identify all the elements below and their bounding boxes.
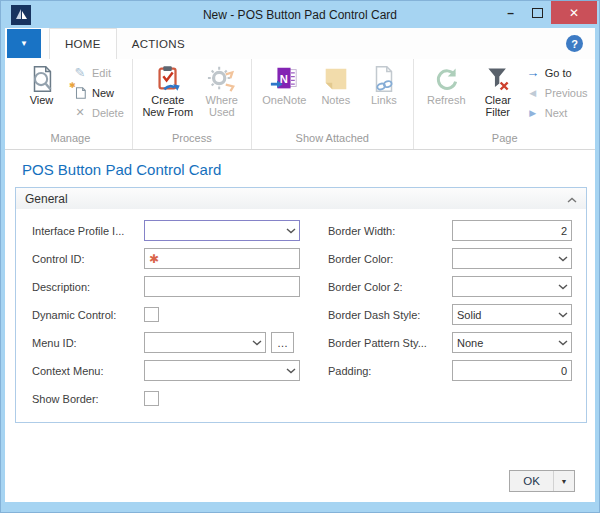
help-button[interactable]: ? [566, 35, 583, 52]
show-border-label: Show Border: [32, 393, 144, 405]
ok-button[interactable]: OK [510, 471, 553, 491]
padding-label: Padding: [328, 365, 452, 377]
refresh-label: Refresh [427, 94, 466, 106]
ribbon-group-manage: View ✎ Edit [9, 59, 133, 149]
group-label-show-attached: Show Attached [257, 132, 408, 149]
border-dash-style-label: Border Dash Style: [328, 309, 452, 321]
description-label: Description: [32, 281, 144, 293]
control-id-input[interactable]: ✱ [144, 248, 300, 269]
clear-filter-button[interactable]: Clear Filter [474, 60, 522, 118]
border-width-input[interactable]: 2 [452, 220, 572, 241]
maximize-icon [532, 8, 543, 18]
chevron-down-icon[interactable] [554, 284, 571, 290]
interface-profile-combobox[interactable] [144, 220, 300, 241]
field-row-control-id: Control ID: ✱ [32, 248, 300, 269]
delete-button[interactable]: ✕ Delete [69, 103, 127, 122]
clear-filter-icon [484, 63, 512, 94]
onenote-icon: N [269, 63, 299, 94]
window-controls: – ✕ [497, 1, 597, 24]
minimize-button[interactable]: – [497, 1, 524, 24]
collapse-chevron-icon[interactable] [567, 192, 577, 206]
description-input[interactable] [144, 276, 300, 297]
border-color-2-combobox[interactable] [452, 276, 572, 297]
dynamic-control-checkbox[interactable] [144, 307, 159, 322]
delete-icon: ✕ [72, 105, 88, 121]
border-color-combobox[interactable] [452, 248, 572, 269]
menu-id-assist-button[interactable]: … [271, 332, 294, 353]
window-body: ▼ HOME ACTIONS ? [5, 28, 595, 502]
ok-dropdown-button[interactable]: ▼ [553, 471, 574, 491]
links-label: Links [371, 94, 397, 106]
next-button[interactable]: ▶ Next [522, 103, 591, 122]
border-color-label: Border Color: [328, 253, 452, 265]
interface-profile-label: Interface Profile I... [32, 225, 144, 237]
field-column-right: Border Width: 2 Border Color: [328, 220, 572, 409]
chevron-down-icon[interactable] [282, 228, 299, 234]
border-width-label: Border Width: [328, 225, 452, 237]
create-new-from-label-1: Create [151, 94, 184, 106]
notes-label: Notes [321, 94, 350, 106]
onenote-label: OneNote [262, 94, 306, 106]
maximize-button[interactable] [524, 1, 551, 24]
where-used-button[interactable]: Where Used [198, 60, 246, 118]
border-dash-style-combobox[interactable]: Solid [452, 304, 572, 325]
refresh-button[interactable]: Refresh [419, 60, 474, 106]
chevron-down-icon[interactable] [554, 312, 571, 318]
ribbon-tab-bar: ▼ HOME ACTIONS ? [5, 28, 595, 59]
goto-label: Go to [545, 67, 572, 79]
refresh-icon [432, 63, 460, 94]
padding-input[interactable]: 0 [452, 360, 572, 381]
links-button[interactable]: Links [360, 60, 408, 106]
create-new-from-button[interactable]: Create New From [138, 60, 198, 118]
new-button[interactable]: ✱ New [69, 83, 127, 102]
general-fasttab-body: Interface Profile I... [16, 209, 586, 422]
control-id-label: Control ID: [32, 253, 144, 265]
where-used-label-2: Used [209, 106, 235, 118]
show-border-checkbox[interactable] [144, 391, 159, 406]
field-row-description: Description: [32, 276, 300, 297]
ribbon-group-page: Refresh Clear Filter [414, 59, 596, 149]
onenote-button[interactable]: N OneNote [257, 60, 312, 106]
where-used-icon [207, 63, 237, 94]
border-color-2-label: Border Color 2: [328, 281, 452, 293]
previous-button[interactable]: ◀ Previous [522, 83, 591, 102]
page-content: POS Button Pad Control Card General Inte… [5, 150, 595, 502]
field-row-dynamic-control: Dynamic Control: [32, 304, 300, 325]
clear-filter-label-1: Clear [485, 94, 511, 106]
application-menu-button[interactable]: ▼ [7, 29, 41, 58]
field-row-border-color: Border Color: [328, 248, 572, 269]
notes-button[interactable]: Notes [312, 60, 360, 106]
tab-actions[interactable]: ACTIONS [117, 28, 200, 59]
page-title: POS Button Pad Control Card [5, 150, 595, 187]
manage-small-buttons: ✎ Edit ✱ New [69, 60, 127, 122]
process-buttons: Create New From Where [138, 60, 246, 132]
manage-buttons: View ✎ Edit [14, 60, 127, 132]
delete-label: Delete [92, 107, 124, 119]
page-small-buttons: → Go to ◀ Previous ▶ Next [522, 60, 591, 122]
dynamic-control-label: Dynamic Control: [32, 309, 144, 321]
ellipsis-icon: … [277, 337, 288, 349]
field-row-padding: Padding: 0 [328, 360, 572, 381]
chevron-down-icon[interactable] [554, 340, 571, 346]
chevron-down-icon[interactable] [248, 340, 265, 346]
page-buttons: Refresh Clear Filter [419, 60, 591, 132]
view-button[interactable]: View [14, 60, 69, 106]
title-bar[interactable]: New - POS Button Pad Control Card – ✕ [1, 1, 599, 28]
goto-button[interactable]: → Go to [522, 63, 591, 82]
close-button[interactable]: ✕ [551, 1, 597, 24]
context-menu-combobox[interactable] [144, 360, 300, 381]
chevron-down-icon[interactable] [282, 368, 299, 374]
border-pattern-style-combobox[interactable]: None [452, 332, 572, 353]
field-row-border-color-2: Border Color 2: [328, 276, 572, 297]
border-width-value: 2 [561, 225, 567, 237]
tab-home[interactable]: HOME [49, 28, 117, 59]
general-fasttab-header[interactable]: General [16, 188, 586, 209]
chevron-down-icon[interactable] [554, 256, 571, 262]
general-fasttab: General Interface Profile I... [15, 187, 587, 423]
edit-button[interactable]: ✎ Edit [69, 63, 127, 82]
ribbon: View ✎ Edit [5, 59, 595, 150]
border-pattern-style-label: Border Pattern Sty... [328, 337, 452, 349]
menu-id-combobox[interactable] [144, 332, 266, 353]
ribbon-tabs: HOME ACTIONS [49, 28, 200, 59]
notes-icon [321, 63, 351, 94]
